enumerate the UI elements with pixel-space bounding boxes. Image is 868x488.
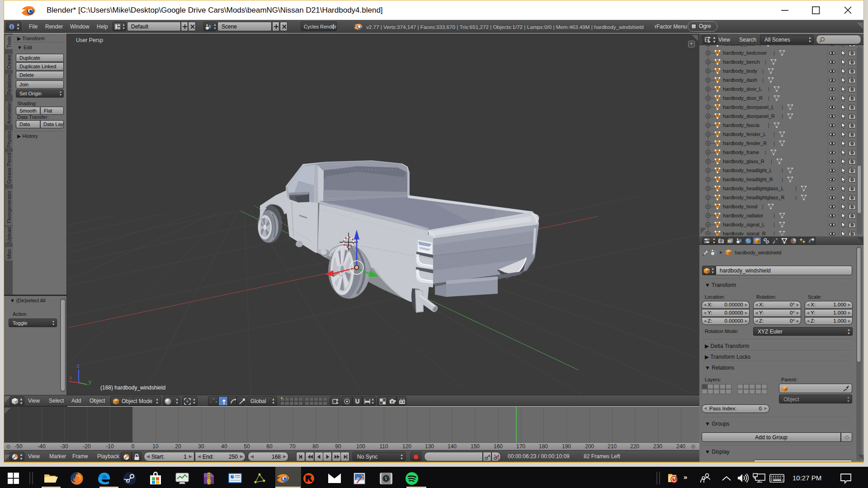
svg-text:i: i: [11, 24, 13, 29]
svg-text:(168) hardbody_windshield: (168) hardbody_windshield: [100, 385, 165, 391]
svg-text:x: x: [69, 375, 72, 381]
svg-text:User Persp: User Persp: [76, 37, 103, 43]
svg-text:y: y: [89, 379, 91, 385]
svg-text:z: z: [77, 363, 80, 369]
